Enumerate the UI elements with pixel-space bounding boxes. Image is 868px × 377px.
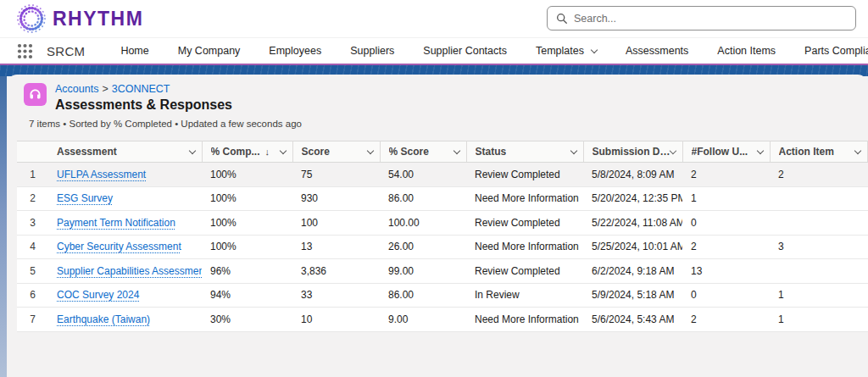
column-header[interactable]: #Follow U... bbox=[682, 141, 770, 163]
global-search[interactable] bbox=[547, 6, 856, 30]
content-panel: Accounts>3CONNECT Assessments & Response… bbox=[7, 75, 868, 377]
chevron-down-icon[interactable] bbox=[453, 147, 459, 154]
assessment-link[interactable]: Earthquake (Taiwan) bbox=[57, 313, 150, 325]
column-header[interactable]: Submission Date bbox=[583, 141, 682, 163]
follow-ups-cell: 1 bbox=[682, 186, 770, 211]
status-cell: Review Completed bbox=[466, 259, 583, 284]
nav-item[interactable]: Parts Compliance bbox=[804, 45, 868, 57]
column-header[interactable]: Assessment bbox=[48, 141, 202, 163]
column-header[interactable]: Score bbox=[292, 141, 380, 163]
table-row[interactable]: 3 Payment Term Notification 100% 100 100… bbox=[17, 211, 868, 236]
brand-logo: RHYTHM bbox=[15, 3, 143, 35]
breadcrumb-link-account-name[interactable]: 3CONNECT bbox=[112, 83, 170, 95]
chevron-down-icon[interactable] bbox=[279, 147, 286, 154]
status-cell: In Review bbox=[466, 283, 583, 308]
follow-ups-cell: 0 bbox=[682, 283, 770, 308]
assessment-link[interactable]: Cyber Security Assessment bbox=[57, 241, 181, 252]
nav-item[interactable]: Home bbox=[120, 45, 148, 57]
score-cell: 3,836 bbox=[292, 259, 380, 284]
nav-item[interactable]: Assessments bbox=[626, 45, 688, 57]
follow-ups-cell: 0 bbox=[682, 211, 770, 236]
assessments-table: Assessment % Comp... ↓ Score % Score Sta… bbox=[17, 141, 868, 332]
app-launcher-icon[interactable] bbox=[17, 43, 33, 59]
table-row[interactable]: 2 ESG Survey 100% 930 86.00 Need More In… bbox=[17, 186, 868, 211]
assessment-link[interactable]: Supplier Capabilities Assessment bbox=[57, 265, 202, 277]
assessments-object-icon bbox=[24, 83, 47, 106]
row-number: 7 bbox=[17, 308, 48, 332]
nav-item[interactable]: Action Items bbox=[717, 45, 776, 57]
pct-completed-cell: 96% bbox=[202, 259, 292, 284]
chevron-down-icon[interactable] bbox=[756, 147, 763, 154]
pct-score-cell: 100.00 bbox=[380, 211, 466, 236]
action-items-cell: 2 bbox=[770, 163, 868, 187]
breadcrumb-separator: > bbox=[102, 83, 108, 95]
follow-ups-cell: 2 bbox=[682, 163, 770, 187]
table-row[interactable]: 1 UFLPA Assessment 100% 75 54.00 Review … bbox=[17, 163, 868, 187]
action-items-cell bbox=[770, 211, 868, 236]
score-cell: 75 bbox=[292, 163, 380, 187]
submission-date-cell: 5/25/2024, 10:01 AM bbox=[583, 235, 682, 259]
pct-score-cell: 99.00 bbox=[380, 259, 466, 284]
column-header[interactable]: % Comp... ↓ bbox=[202, 141, 292, 163]
row-number: 6 bbox=[17, 283, 48, 308]
follow-ups-cell: 13 bbox=[682, 259, 770, 284]
chevron-down-icon[interactable] bbox=[854, 147, 861, 154]
status-cell: Need More Information bbox=[466, 235, 583, 259]
chevron-down-icon[interactable] bbox=[570, 147, 576, 154]
pct-completed-cell: 94% bbox=[202, 283, 292, 308]
chevron-down-icon bbox=[591, 47, 598, 53]
assessment-link[interactable]: UFLPA Assessment bbox=[57, 169, 146, 180]
nav-item[interactable]: Employees bbox=[269, 45, 321, 57]
nav-item[interactable]: Suppliers bbox=[350, 45, 394, 57]
search-icon bbox=[556, 13, 568, 25]
score-cell: 10 bbox=[292, 308, 380, 332]
breadcrumb-link-accounts[interactable]: Accounts bbox=[55, 83, 98, 95]
table-row[interactable]: 6 COC Survey 2024 94% 33 86.00 In Review… bbox=[17, 283, 868, 308]
table-row[interactable]: 4 Cyber Security Assessment 100% 13 26.0… bbox=[17, 235, 868, 259]
action-items-cell bbox=[770, 186, 868, 211]
nav-item[interactable]: Supplier Contacts bbox=[423, 45, 507, 57]
table-row[interactable]: 7 Earthquake (Taiwan) 30% 10 9.00 Need M… bbox=[17, 308, 868, 332]
submission-date-cell: 5/8/2024, 8:09 AM bbox=[583, 163, 682, 187]
follow-ups-cell: 2 bbox=[682, 235, 770, 259]
brand-name: RHYTHM bbox=[53, 8, 143, 30]
pct-score-cell: 54.00 bbox=[380, 163, 466, 187]
nav-item[interactable]: Templates bbox=[536, 45, 597, 57]
nav-item[interactable]: My Company bbox=[178, 45, 241, 57]
sort-descending-icon: ↓ bbox=[265, 147, 270, 157]
submission-date-cell: 6/2/2024, 9:18 AM bbox=[583, 259, 682, 284]
row-number: 1 bbox=[17, 163, 48, 187]
column-header[interactable]: Status bbox=[466, 141, 583, 163]
breadcrumb: Accounts>3CONNECT bbox=[55, 83, 232, 96]
table-body: 1 UFLPA Assessment 100% 75 54.00 Review … bbox=[17, 163, 868, 332]
assessment-link[interactable]: Payment Term Notification bbox=[57, 217, 175, 229]
column-header[interactable]: % Score bbox=[380, 141, 466, 163]
row-number: 4 bbox=[17, 235, 48, 259]
table-row[interactable]: 5 Supplier Capabilities Assessment 96% 3… bbox=[17, 259, 868, 284]
row-number: 3 bbox=[17, 211, 48, 236]
row-number: 5 bbox=[17, 259, 48, 284]
pct-completed-cell: 100% bbox=[202, 186, 292, 211]
score-cell: 100 bbox=[292, 211, 380, 236]
chevron-down-icon[interactable] bbox=[366, 147, 373, 154]
status-cell: Need More Information bbox=[466, 308, 583, 332]
score-cell: 930 bbox=[292, 186, 380, 211]
submission-date-cell: 5/22/2024, 11:08 AM bbox=[583, 211, 682, 236]
action-items-cell bbox=[770, 259, 868, 284]
status-cell: Review Completed bbox=[466, 211, 583, 236]
submission-date-cell: 5/9/2024, 5:18 AM bbox=[583, 283, 682, 308]
pct-score-cell: 9.00 bbox=[380, 308, 466, 332]
pct-score-cell: 86.00 bbox=[380, 283, 466, 308]
table-header-row: Assessment % Comp... ↓ Score % Score Sta… bbox=[17, 141, 868, 163]
row-number: 2 bbox=[17, 186, 48, 211]
search-input[interactable] bbox=[574, 13, 847, 25]
score-cell: 13 bbox=[292, 235, 380, 259]
assessment-link[interactable]: COC Survey 2024 bbox=[57, 289, 139, 301]
pct-completed-cell: 100% bbox=[202, 211, 292, 236]
pct-score-cell: 26.00 bbox=[380, 235, 466, 259]
chevron-down-icon[interactable] bbox=[188, 147, 195, 154]
submission-date-cell: 5/6/2024, 5:43 AM bbox=[583, 308, 682, 332]
page-title: Assessments & Responses bbox=[55, 97, 232, 113]
assessment-link[interactable]: ESG Survey bbox=[57, 192, 113, 204]
column-header[interactable]: Action Item bbox=[770, 141, 868, 163]
